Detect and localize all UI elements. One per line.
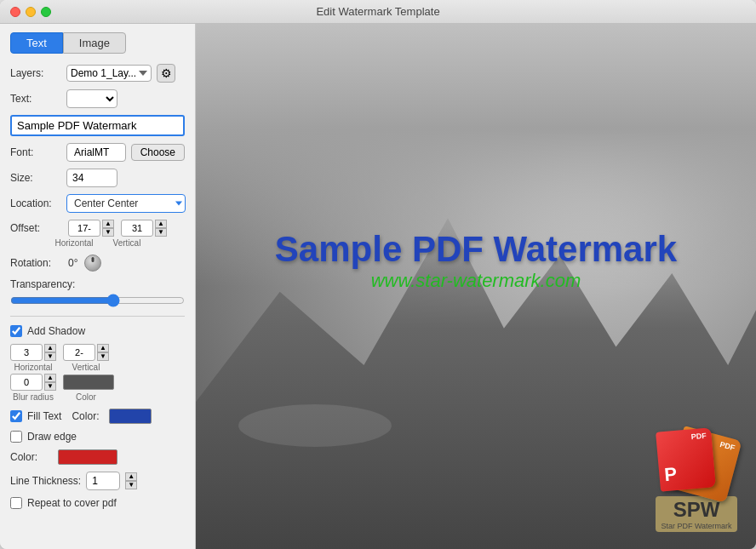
edge-color-swatch[interactable] [58,449,117,465]
location-wrapper: Center Center [66,194,186,213]
pdf-back-label: PDF [719,441,736,452]
shadow-labels: Horizontal Vertical [10,363,185,372]
h-offset-btns: ▲ ▼ [102,220,114,237]
tab-row: Text Image [10,32,185,54]
watermark-url-text: www.star-watermark.com [275,270,677,292]
line-thickness-input[interactable] [86,472,120,490]
shadow-v-btns: ▲ ▼ [97,344,109,361]
close-button[interactable] [10,7,20,17]
repeat-checkbox-label[interactable]: Repeat to cover pdf [10,497,185,509]
text-type-select[interactable] [66,89,117,108]
offset-labels: Horizontal Vertical [10,238,185,248]
text-label: Text: [10,93,61,105]
watermark-overlay: Sample PDF Watermark www.star-watermark.… [275,229,677,292]
lt-down[interactable]: ▼ [125,481,137,489]
h-offset-input[interactable] [68,220,100,237]
blur-down[interactable]: ▼ [44,382,56,391]
repeat-checkbox[interactable] [10,497,22,509]
traffic-lights [10,7,51,17]
layers-select[interactable]: Demo 1_Lay... [66,65,152,82]
v-offset-input[interactable] [121,220,153,237]
gear-button[interactable]: ⚙ [157,64,175,83]
text-input[interactable] [10,115,185,136]
repeat-label: Repeat to cover pdf [27,497,117,509]
preview-background: Sample PDF Watermark www.star-watermark.… [196,24,756,549]
shadow-h-stepper: ▲ ▼ [10,344,56,361]
offset-row: Offset: ▲ ▼ ▲ ▼ [10,220,185,237]
shadow-checkbox[interactable] [10,325,22,337]
rotation-label: Rotation: [10,257,61,269]
spw-badge: SPW Star PDF Watermark [656,496,736,532]
blur-color-row: ▲ ▼ [10,374,185,391]
shadow-h-label: Horizontal [10,363,56,372]
h-offset-up[interactable]: ▲ [102,220,114,228]
line-thickness-label: Line Thickness: [10,475,81,487]
tab-image[interactable]: Image [63,32,126,54]
draw-edge-checkbox[interactable] [10,431,22,443]
shadow-v-up[interactable]: ▲ [97,344,109,352]
fill-text-label: Fill Text [27,410,61,422]
shadow-v-down[interactable]: ▼ [97,352,109,361]
shadow-v-input[interactable] [63,344,95,361]
size-row: Size: [10,169,185,187]
titlebar: Edit Watermark Template [0,0,756,24]
location-label: Location: [10,197,61,209]
minimize-button[interactable] [26,7,36,17]
blur-up[interactable]: ▲ [44,374,56,382]
edge-color-row: Color: [10,449,185,465]
font-label: Font: [10,146,61,158]
rotation-knob[interactable] [84,254,101,272]
shadow-v-label: Vertical [63,363,109,372]
location-row: Location: Center Center [10,194,185,213]
main-window: Edit Watermark Template Text Image Layer… [0,0,756,549]
text-row: Text: [10,89,185,108]
draw-edge-checkbox-label[interactable]: Draw edge [10,431,185,443]
tab-text[interactable]: Text [10,32,63,54]
offset-label: Offset: [10,222,61,234]
h-label: Horizontal [51,238,97,248]
cloud1 [213,49,383,117]
shadow-checkbox-label[interactable]: Add Shadow [10,325,185,337]
shadow-h-up[interactable]: ▲ [44,344,56,352]
location-select[interactable]: Center Center [66,194,186,213]
blur-stepper: ▲ ▼ [10,374,56,391]
v-offset-up[interactable]: ▲ [155,220,167,228]
transparency-slider[interactable] [10,294,185,307]
choose-font-button[interactable]: Choose [131,144,185,161]
fill-text-row: Fill Text Color: [10,409,185,424]
blur-label: Blur radius [10,392,56,402]
divider1 [10,316,185,317]
fill-checkbox-label[interactable]: Fill Text [10,410,61,422]
h-offset-down[interactable]: ▼ [102,228,114,237]
rotation-value: 0° [68,257,77,269]
font-display: ArialMT [66,143,126,162]
shadow-h-down[interactable]: ▼ [44,352,56,361]
shadow-h-btns: ▲ ▼ [44,344,56,361]
preview-area: Sample PDF Watermark www.star-watermark.… [196,24,756,549]
v-offset-down[interactable]: ▼ [155,228,167,237]
lt-up[interactable]: ▲ [125,472,137,481]
main-content: Text Image Layers: Demo 1_Lay... ⚙ Text:… [0,24,756,549]
fill-color-swatch[interactable] [109,409,152,424]
fill-color-label: Color: [72,410,99,422]
logo-container: PDF PDF P SPW Star PDF Watermark [654,428,739,532]
size-label: Size: [10,172,61,184]
transparency-section: Transparency: [10,278,185,307]
shadow-color-swatch[interactable] [63,375,114,390]
transparency-label: Transparency: [10,278,185,290]
v-offset-btns: ▲ ▼ [155,220,167,237]
blur-input[interactable] [10,374,43,391]
fill-checkbox[interactable] [10,410,22,422]
maximize-button[interactable] [41,7,51,17]
draw-edge-label: Draw edge [27,431,77,443]
size-input[interactable] [66,169,117,187]
cloud3 [238,404,392,447]
blur-color-labels: Blur radius Color [10,392,185,402]
blur-btns: ▲ ▼ [44,374,56,391]
sidebar: Text Image Layers: Demo 1_Lay... ⚙ Text:… [0,24,196,549]
layers-row: Layers: Demo 1_Lay... ⚙ [10,64,185,83]
shadow-offset-row: ▲ ▼ ▲ ▼ [10,344,185,361]
shadow-h-input[interactable] [10,344,43,361]
v-label: Vertical [104,238,150,248]
watermark-main-text: Sample PDF Watermark [275,229,677,270]
